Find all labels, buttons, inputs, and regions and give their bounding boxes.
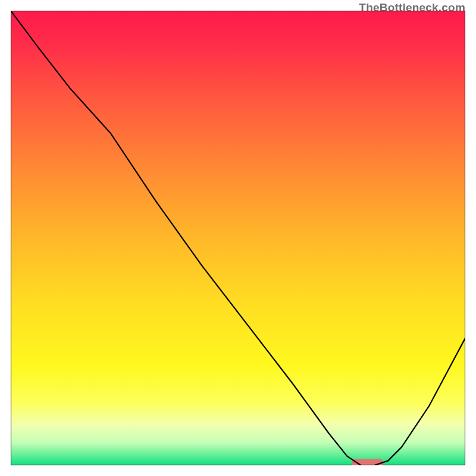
chart-frame: TheBottleneck.com — [11, 11, 465, 465]
chart-background — [11, 11, 465, 465]
chart-svg — [11, 11, 465, 465]
